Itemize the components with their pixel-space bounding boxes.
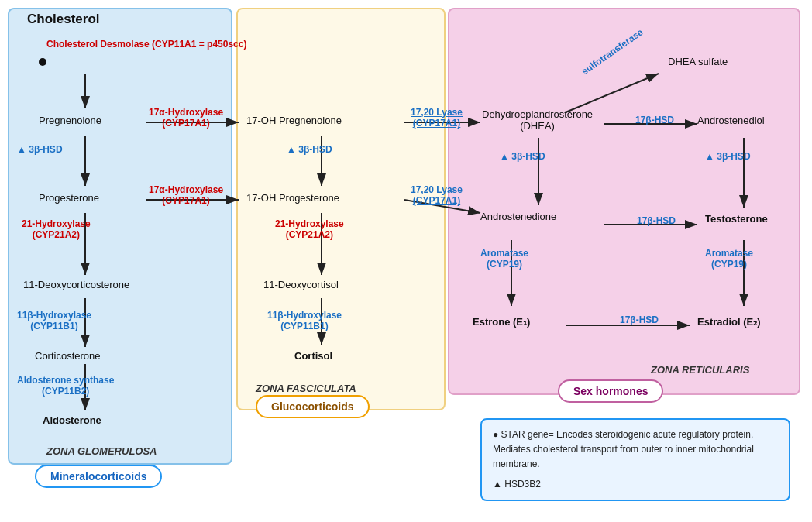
enzyme-lyase-1: 17,20 Lyase(CYP17A1) [411,107,463,129]
enzyme-aromatase-1: Aromatase(CYP19) [480,248,528,270]
badge-glucocorticoids: Glucocorticoids [256,395,370,418]
compound-androstenedione: Androstenedione [480,211,556,222]
enzyme-11b-2: 11β-Hydroxylase(CYP11B1) [267,310,342,332]
enzyme-3bhsd-2: ▲ 3β-HSD [287,144,332,155]
zone-fasciculata [236,8,446,410]
enzyme-3bhsd-1: ▲ 3β-HSD [17,144,63,155]
compound-estradiol: Estradiol (E₂) [697,316,761,328]
enzyme-17bhsd-3: 17β-HSD [620,314,659,325]
enzyme-aldosterone-synthase: Aldosterone synthase(CYP11B2) [17,375,114,397]
enzyme-aromatase-2: Aromatase(CYP19) [705,248,753,270]
enzyme-21-2: 21-Hydroxylase(CYP21A2) [275,218,344,241]
title: Cholesterol [27,12,100,27]
compound-dhea: Dehydroepiandrosterone(DHEA) [482,108,593,132]
compound-oh-pregnenolone: 17-OH Pregnenolone [246,115,342,126]
compound-estrone: Estrone (E₁) [473,316,530,328]
compound-progesterone: Progesterone [39,192,99,204]
enzyme-3bhsd-3: ▲ 3β-HSD [500,151,545,162]
compound-androstenediol: Androstenediol [697,115,765,126]
zone-label-reticularis: ZONA RETICULARIS [651,364,749,376]
enzyme-17bhsd-2: 17β-HSD [637,215,676,226]
diagram-container: Cholesterol Cholesterol Desmolase (CYP11… [0,0,812,522]
legend-hsd: ▲ HSD3B2 [493,477,778,492]
zone-label-fasciculata: ZONA FASCICULATA [256,383,356,394]
legend-star: ● STAR gene= Encodes steroidogenic acute… [493,428,778,472]
enzyme-17a-2: 17α-Hydroxylase(CYP17A1) [149,184,223,207]
zone-reticularis [448,8,800,395]
enzyme-11b-1: 11β-Hydroxylase(CYP11B1) [17,310,91,332]
enzyme-lyase-2: 17,20 Lyase(CYP17A1) [411,184,463,207]
enzyme-17bhsd-1: 17β-HSD [635,115,674,125]
compound-cortisol: Cortisol [294,350,332,362]
compound-deoxycortisol: 11-Deoxycortisol [263,279,339,290]
compound-aldosterone: Aldosterone [43,414,102,426]
zone-label-glomerulosa: ZONA GLOMERULOSA [46,445,157,457]
compound-oh-progesterone: 17-OH Progesterone [246,192,339,204]
enzyme-3bhsd-4: ▲ 3β-HSD [705,151,751,162]
compound-dhea-sulfate: DHEA sulfate [668,56,728,67]
compound-corticosterone: Corticosterone [35,350,101,362]
badge-mineralocorticoids: Mineralocorticoids [35,465,162,488]
compound-testosterone: Testosterone [705,213,768,225]
enzyme-21-1: 21-Hydroxylase(CYP21A2) [22,218,91,241]
compound-doc: 11-Deoxycorticosterone [23,279,129,290]
enzyme-17a-1: 17α-Hydroxylase(CYP17A1) [149,107,223,129]
compound-pregnenolone: Pregnenolone [39,115,102,126]
badge-sex-hormones: Sex hormones [558,379,663,403]
enzyme-chol-desmolase: Cholesterol Desmolase (CYP11A1 = p450scc… [46,39,246,51]
legend-box: ● STAR gene= Encodes steroidogenic acute… [480,418,790,501]
